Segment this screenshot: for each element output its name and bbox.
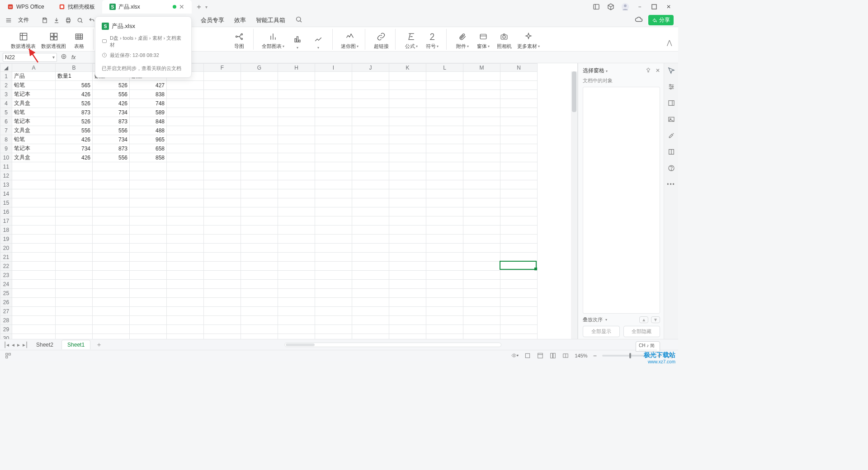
cell[interactable]	[352, 235, 389, 244]
cell[interactable]	[463, 153, 500, 162]
cell[interactable]	[278, 253, 315, 262]
cell[interactable]	[426, 244, 463, 253]
cell[interactable]	[463, 271, 500, 280]
row-header[interactable]: 19	[0, 235, 12, 244]
tab-document[interactable]: S 产品.xlsx ✕	[102, 0, 192, 14]
cell[interactable]	[93, 298, 130, 307]
cell[interactable]	[389, 189, 426, 198]
cell[interactable]	[204, 316, 241, 325]
cell[interactable]: 556	[56, 126, 93, 135]
cell[interactable]	[315, 307, 352, 316]
cell[interactable]: 文具盒	[12, 99, 56, 108]
cell[interactable]	[389, 126, 426, 135]
cell[interactable]	[204, 253, 241, 262]
cell[interactable]	[278, 171, 315, 180]
row-header[interactable]: 26	[0, 298, 12, 307]
cell[interactable]	[315, 90, 352, 99]
cell[interactable]: 838	[130, 90, 167, 99]
cell[interactable]	[315, 135, 352, 144]
cell[interactable]: 556	[93, 126, 130, 135]
cell[interactable]	[12, 198, 56, 207]
cell[interactable]	[56, 271, 93, 280]
row-header[interactable]: 23	[0, 271, 12, 280]
cell[interactable]	[278, 226, 315, 235]
cell[interactable]	[352, 81, 389, 90]
cell[interactable]: 965	[130, 135, 167, 144]
cell[interactable]	[500, 126, 538, 135]
cell[interactable]	[463, 90, 500, 99]
cell[interactable]	[278, 316, 315, 325]
cell[interactable]	[463, 307, 500, 316]
cell[interactable]	[241, 117, 278, 126]
cell[interactable]	[93, 289, 130, 298]
fx-label[interactable]: fx	[71, 54, 75, 61]
cell[interactable]	[463, 72, 500, 81]
cell[interactable]	[389, 144, 426, 153]
cell[interactable]	[278, 280, 315, 289]
cell[interactable]	[56, 280, 93, 289]
cell[interactable]	[130, 289, 167, 298]
cell[interactable]	[315, 162, 352, 171]
cell[interactable]	[426, 189, 463, 198]
cell[interactable]	[278, 244, 315, 253]
cell[interactable]	[500, 298, 538, 307]
cell[interactable]	[130, 180, 167, 189]
zoom-slider-thumb[interactable]	[629, 353, 631, 358]
cell[interactable]	[315, 334, 352, 339]
cell[interactable]	[12, 262, 56, 271]
cell[interactable]	[315, 262, 352, 271]
cell[interactable]	[204, 153, 241, 162]
cell[interactable]	[315, 271, 352, 280]
cell[interactable]	[241, 325, 278, 334]
cell[interactable]	[389, 280, 426, 289]
cell[interactable]	[315, 244, 352, 253]
row-header[interactable]: 22	[0, 262, 12, 271]
cell[interactable]	[130, 198, 167, 207]
cell[interactable]	[426, 117, 463, 126]
cell[interactable]: 526	[93, 81, 130, 90]
cell[interactable]	[204, 108, 241, 117]
cell[interactable]	[204, 280, 241, 289]
cell[interactable]	[12, 289, 56, 298]
cell[interactable]	[500, 171, 538, 180]
cell[interactable]	[241, 90, 278, 99]
cell[interactable]: 734	[56, 144, 93, 153]
close-tab-icon[interactable]: ✕	[179, 3, 184, 10]
cell[interactable]	[500, 108, 538, 117]
cell[interactable]	[500, 253, 538, 262]
cell[interactable]	[278, 235, 315, 244]
eye-icon[interactable]: ▾	[511, 352, 519, 359]
cell[interactable]	[426, 316, 463, 325]
cell[interactable]	[463, 325, 500, 334]
help-icon[interactable]	[667, 164, 676, 173]
zoom-in-button[interactable]: +	[657, 352, 661, 359]
cell[interactable]	[500, 244, 538, 253]
cell[interactable]	[167, 171, 204, 180]
cell[interactable]	[463, 135, 500, 144]
cell[interactable]	[56, 316, 93, 325]
cell[interactable]	[389, 334, 426, 339]
cell[interactable]	[130, 216, 167, 226]
cell[interactable]	[426, 307, 463, 316]
cell[interactable]	[278, 289, 315, 298]
cell[interactable]	[56, 235, 93, 244]
cell[interactable]	[389, 207, 426, 216]
cell[interactable]	[426, 144, 463, 153]
row-header[interactable]: 5	[0, 108, 12, 117]
cell[interactable]	[204, 117, 241, 126]
cell[interactable]	[12, 307, 56, 316]
cell[interactable]	[12, 235, 56, 244]
cell[interactable]	[93, 244, 130, 253]
cell[interactable]	[278, 126, 315, 135]
cell[interactable]	[500, 198, 538, 207]
cell[interactable]	[241, 307, 278, 316]
cell[interactable]	[204, 126, 241, 135]
cell[interactable]	[352, 244, 389, 253]
tab-find-template[interactable]: 找稻壳模板	[52, 0, 102, 14]
new-tab-dropdown-icon[interactable]: ▾	[205, 5, 208, 9]
cell[interactable]	[167, 81, 204, 90]
cell[interactable]	[352, 198, 389, 207]
cell[interactable]	[278, 135, 315, 144]
spreadsheet-grid[interactable]: ◢ABCDEFGHIJKLMN1产品数量1数量2数量32铅笔5655264273…	[0, 63, 578, 339]
form-controls-button[interactable]: 窗体▾	[476, 32, 491, 50]
